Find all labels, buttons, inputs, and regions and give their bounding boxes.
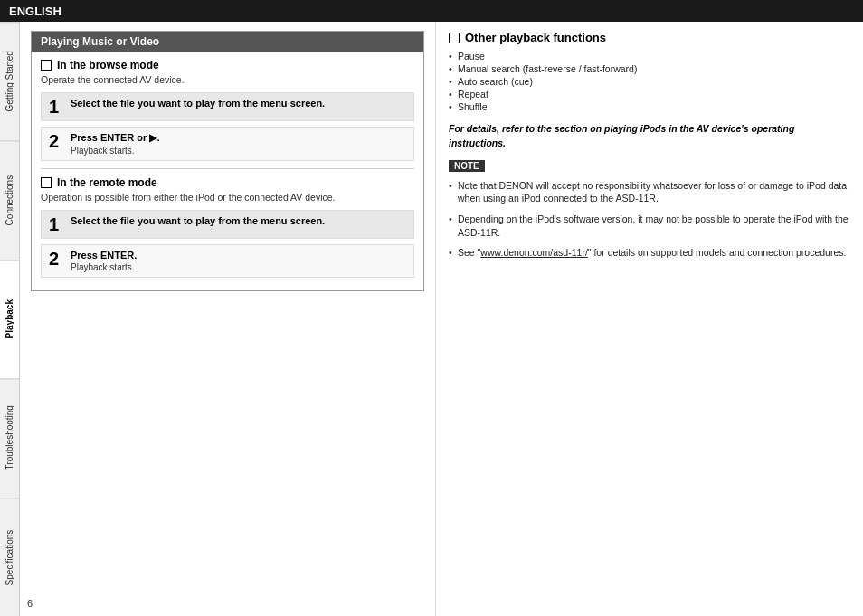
browse-step-2-prefix: Press bbox=[71, 132, 100, 143]
other-functions-icon bbox=[449, 33, 460, 43]
remote-step-2: 2 Press ENTER. Playback starts. bbox=[41, 244, 414, 278]
sidebar-tab-connections[interactable]: Connections bbox=[0, 140, 19, 259]
mode-divider bbox=[41, 168, 414, 169]
checkbox-icon bbox=[41, 60, 52, 71]
remote-step-2-bold: ENTER bbox=[100, 250, 134, 261]
function-item-manual-search: Manual search (fast-reverse / fast-forwa… bbox=[449, 62, 850, 75]
browse-step-1-main: Select the file you want to play from th… bbox=[71, 98, 406, 109]
page-header: ENGLISH bbox=[0, 0, 863, 22]
functions-list: Pause Manual search (fast-reverse / fast… bbox=[449, 50, 850, 113]
remote-step-1-content: Select the file you want to play from th… bbox=[71, 215, 406, 226]
section-inner: In the browse mode Operate the connected… bbox=[32, 52, 423, 290]
remote-step-2-prefix: Press bbox=[71, 250, 100, 261]
browse-step-2-main: Press ENTER or ▶. bbox=[71, 132, 406, 144]
remote-mode-heading: In the remote mode bbox=[41, 176, 414, 189]
section-title: Playing Music or Video bbox=[32, 32, 423, 52]
browse-step-2-sub: Playback starts. bbox=[71, 146, 406, 156]
remote-step-2-sub: Playback starts. bbox=[71, 262, 406, 272]
remote-step-2-content: Press ENTER. Playback starts. bbox=[71, 250, 406, 272]
note-item-3: See "www.denon.com/asd-11r/" for details… bbox=[449, 244, 850, 261]
sidebar-tab-troubleshooting[interactable]: Troubleshooting bbox=[0, 378, 19, 497]
remote-step-2-main: Press ENTER. bbox=[71, 250, 406, 261]
browse-step-1-content: Select the file you want to play from th… bbox=[71, 98, 406, 109]
note-item-1: Note that DENON will accept no responsib… bbox=[449, 177, 850, 207]
main-content: Playing Music or Video In the browse mod… bbox=[20, 22, 863, 616]
remote-step-1-number: 1 bbox=[49, 215, 63, 233]
italic-note: For details, refer to the section on pla… bbox=[449, 122, 850, 151]
sidebar-tab-playback[interactable]: Playback bbox=[0, 260, 19, 378]
notes-list: Note that DENON will accept no responsib… bbox=[449, 177, 850, 261]
remote-step-1: 1 Select the file you want to play from … bbox=[41, 210, 414, 239]
header-title: ENGLISH bbox=[9, 5, 62, 18]
right-panel: Other playback functions Pause Manual se… bbox=[436, 22, 863, 616]
function-item-pause: Pause bbox=[449, 50, 850, 62]
browse-step-2-middle: or bbox=[134, 132, 149, 143]
function-item-repeat: Repeat bbox=[449, 88, 850, 100]
remote-checkbox-icon bbox=[41, 177, 52, 188]
url-link[interactable]: www.denon.com/asd-11r/ bbox=[480, 247, 587, 258]
function-item-auto-search: Auto search (cue) bbox=[449, 75, 850, 88]
note-label: NOTE bbox=[449, 160, 485, 172]
sidebar: Getting Started Connections Playback Tro… bbox=[0, 22, 20, 616]
browse-step-1-number: 1 bbox=[49, 98, 63, 116]
remote-mode-desc: Operation is possible from either the iP… bbox=[41, 192, 414, 203]
browse-step-2-number: 2 bbox=[49, 132, 63, 150]
note-item-2: Depending on the iPod's software version… bbox=[449, 211, 850, 241]
other-functions-title: Other playback functions bbox=[449, 31, 850, 44]
remote-step-2-suffix: . bbox=[134, 250, 137, 261]
browse-step-2: 2 Press ENTER or ▶. Playback starts. bbox=[41, 127, 414, 161]
browse-step-1: 1 Select the file you want to play from … bbox=[41, 92, 414, 121]
browse-step-2-content: Press ENTER or ▶. Playback starts. bbox=[71, 132, 406, 156]
browse-mode-heading: In the browse mode bbox=[41, 59, 414, 71]
remote-step-2-number: 2 bbox=[49, 250, 63, 268]
function-item-shuffle: Shuffle bbox=[449, 100, 850, 113]
page-number: 6 bbox=[27, 598, 33, 609]
left-panel: Playing Music or Video In the browse mod… bbox=[20, 22, 436, 616]
sidebar-tab-getting-started[interactable]: Getting Started bbox=[0, 22, 19, 140]
sidebar-tab-specifications[interactable]: Specifications bbox=[0, 498, 19, 616]
browse-mode-desc: Operate the connected AV device. bbox=[41, 74, 414, 85]
other-functions-label: Other playback functions bbox=[465, 31, 606, 44]
browse-step-2-bold: ENTER bbox=[100, 132, 134, 143]
browse-step-2-suffix: . bbox=[156, 132, 159, 143]
remote-step-1-main: Select the file you want to play from th… bbox=[71, 215, 406, 226]
playing-section: Playing Music or Video In the browse mod… bbox=[31, 31, 424, 291]
browse-mode-label: In the browse mode bbox=[57, 59, 159, 71]
remote-mode-label: In the remote mode bbox=[57, 176, 157, 189]
